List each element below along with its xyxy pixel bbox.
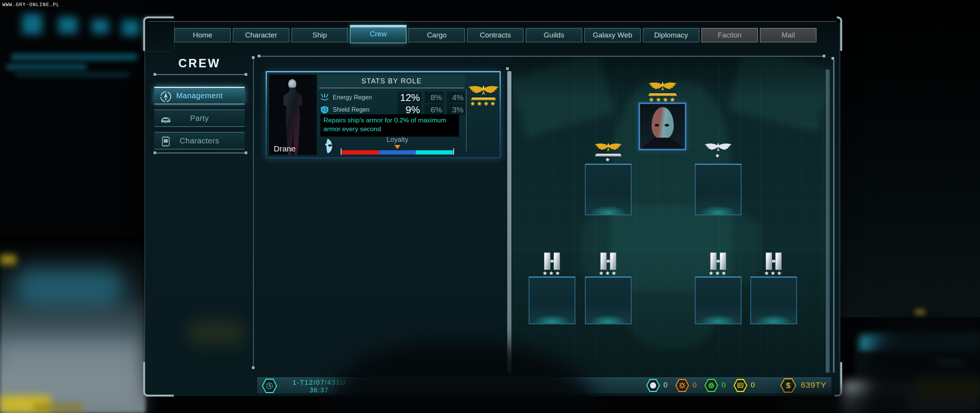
loyalty-segment-low <box>342 150 379 154</box>
rank-insignia-commander: ★★★★ <box>647 81 678 103</box>
stat-value-role-1: 9% <box>398 104 421 115</box>
content-divider <box>253 58 254 369</box>
tab-cargo[interactable]: Cargo <box>408 28 465 42</box>
stat-value-role-2: 8% <box>425 92 444 103</box>
rank-stars: ◆ <box>703 153 733 158</box>
rank-stars: ★★★ <box>758 270 789 276</box>
game-screen: WWW.GRY-ONLINE.PL Home Character Ship Cr… <box>0 0 980 413</box>
crew-slot-empty[interactable] <box>695 276 742 324</box>
rule-cap <box>245 73 247 76</box>
scrollbar-cap <box>831 57 834 60</box>
commander-portrait[interactable] <box>639 102 686 150</box>
rule-cap <box>252 56 255 59</box>
atom-icon <box>707 382 715 389</box>
crew-slot-empty[interactable] <box>529 276 575 324</box>
loyalty-segment-mid <box>379 150 416 154</box>
rule-cap <box>245 151 247 154</box>
stat-row-energy-regen: Energy Regen 12% 8% 4% <box>320 91 465 104</box>
game-time-hex <box>262 379 277 393</box>
loyalty-label: Loyalty <box>342 136 453 144</box>
tab-guilds[interactable]: Guilds <box>526 28 582 42</box>
crew-hierarchy-panel: ★★★★ ★ ◆ <box>513 57 831 373</box>
panel-frame-top <box>149 21 836 22</box>
clock-icon <box>265 382 274 390</box>
rank-bar <box>595 154 622 156</box>
background-yellow-dot <box>915 310 925 315</box>
rank-insignia-crew: ★★★ <box>758 252 789 276</box>
rank-stars: ★★★ <box>537 270 567 276</box>
sidebar-item-management[interactable]: Management <box>154 87 245 104</box>
rank-insignia-officer: ◆ <box>703 142 733 158</box>
credits-value: 639TY <box>801 380 826 390</box>
captain-bars-icon <box>703 252 733 270</box>
background-cyan-glow <box>15 268 122 306</box>
tree-scrollbar-left[interactable] <box>507 71 511 372</box>
tab-crew[interactable]: Crew <box>350 25 407 43</box>
sidebar-item-characters[interactable]: Characters <box>154 132 245 150</box>
currency-value: 0 <box>751 381 755 389</box>
role-tooltip: Repairs ship's armor for 0.2% of maximum… <box>320 114 459 137</box>
crew-slot-empty[interactable] <box>585 164 632 215</box>
crew-slot-empty[interactable] <box>750 276 797 324</box>
gear-icon <box>678 382 686 389</box>
tab-character[interactable]: Character <box>233 28 289 42</box>
stats-panel-title: STATS BY ROLE <box>318 75 465 87</box>
panel-corner-bracket <box>835 362 842 397</box>
rank-insignia-crew: ★★★ <box>703 252 733 276</box>
captain-bars-icon <box>537 252 567 270</box>
tab-ship[interactable]: Ship <box>291 28 348 42</box>
captain-bars-icon <box>593 252 624 270</box>
moon-icon <box>649 382 657 389</box>
rank-insignia-commander: ★★★★ <box>467 85 500 107</box>
panel-underglow <box>189 320 243 345</box>
loyalty-segment-high <box>416 150 453 154</box>
stat-label: Shield Regen <box>333 106 395 113</box>
sidebar-rule <box>155 153 246 153</box>
game-date: 1-T12/07/431U <box>281 379 358 387</box>
stats-rule <box>319 88 464 88</box>
tab-home[interactable]: Home <box>174 28 231 42</box>
background-cyan-blob <box>92 19 109 34</box>
panel-corner-bracket <box>837 16 842 51</box>
rank-bar <box>648 93 677 96</box>
tab-diplomacy[interactable]: Diplomacy <box>643 28 699 42</box>
background-cyan-blob <box>122 20 140 36</box>
crew-slot-empty[interactable] <box>695 164 742 215</box>
rule-cap <box>258 55 260 57</box>
tree-scrollbar-right[interactable] <box>826 70 830 372</box>
crew-member-name: Drane <box>274 144 296 153</box>
stat-value-role-1: 12% <box>398 92 421 103</box>
background-cyan-blob <box>22 14 42 34</box>
sidebar-item-party[interactable]: Party <box>154 109 245 127</box>
stat-label: Energy Regen <box>333 94 395 101</box>
crew-slot-empty[interactable] <box>585 276 632 324</box>
panel-frame-left <box>144 23 145 395</box>
panel-corner-bracket <box>143 16 174 51</box>
game-timestamp: 1-T12/07/431U 36:37 <box>281 379 358 394</box>
game-time: 36:37 <box>281 387 358 394</box>
loyalty-marker <box>394 145 400 149</box>
tab-galaxy-web[interactable]: Galaxy Web <box>584 28 641 42</box>
credits-icon: $ <box>786 381 791 390</box>
scrollbar-cap <box>506 67 509 70</box>
crew-member-portrait[interactable]: Drane <box>269 75 317 155</box>
gold-eagle-icon <box>593 142 623 153</box>
watermark: WWW.GRY-ONLINE.PL <box>2 2 60 8</box>
tree-frame-line-right <box>833 60 835 372</box>
currency-value: 0 <box>722 381 726 389</box>
background-blur-text <box>6 64 87 70</box>
content-top-rule <box>259 56 825 57</box>
tab-mail: Mail <box>760 28 817 42</box>
background-yellow-streak <box>34 403 83 413</box>
commander-shoulders <box>643 138 682 150</box>
background-right <box>840 0 980 317</box>
tab-contracts[interactable]: Contracts <box>467 28 524 42</box>
rank-insignia-crew: ★★★ <box>537 252 567 276</box>
stat-value-role-3: 4% <box>447 92 465 103</box>
currency-value: 0 <box>693 381 697 389</box>
background-blur-text <box>11 54 138 60</box>
silver-eagle-icon <box>703 142 733 153</box>
top-tab-bar: Home Character Ship Crew Cargo Contracts… <box>174 28 817 43</box>
rank-stars: ★ <box>593 156 624 163</box>
commander-face <box>652 107 674 139</box>
